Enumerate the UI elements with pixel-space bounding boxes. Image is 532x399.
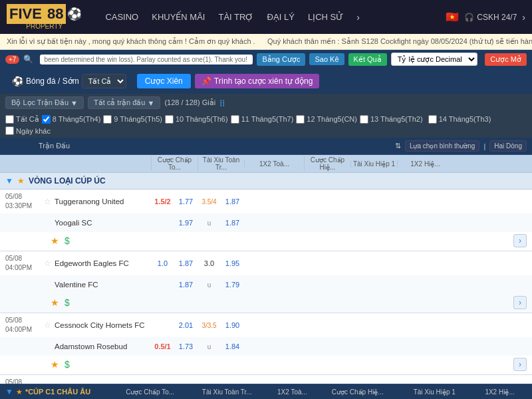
- league-star-icon[interactable]: ★: [17, 176, 25, 186]
- chap-t-2[interactable]: 1.0: [151, 259, 174, 267]
- lua-chon-button[interactable]: Lựa chọn bình thường: [405, 140, 480, 152]
- chap-v-2b[interactable]: 1.87: [174, 281, 198, 289]
- expand-right-2[interactable]: ›: [513, 296, 527, 309]
- nav-casino[interactable]: CASINO: [105, 12, 138, 23]
- tat-ca-tran-button[interactable]: Tất cả trận đấu ▼: [88, 96, 160, 109]
- date-thu7[interactable]: 11 Tháng5(Th7): [231, 115, 294, 124]
- search-box[interactable]: been determined the win loss). Parlay co…: [40, 55, 253, 65]
- chap-t-3b[interactable]: 0.5/1: [151, 342, 174, 350]
- date-thu3-checkbox[interactable]: [428, 115, 437, 124]
- nav-lich-su[interactable]: LỊCH SỬ: [308, 12, 343, 23]
- ty-le-select[interactable]: Tỷ lệ cược Decimal: [391, 53, 477, 66]
- date-all[interactable]: Tất Cả: [5, 115, 39, 124]
- tat-ca-select[interactable]: Tất Cả: [82, 74, 126, 88]
- match-time-2: 05/08 04:00PM: [5, 254, 44, 273]
- bang-cuoc-button[interactable]: Bảng Cược: [257, 53, 305, 66]
- date-thu4-checkbox[interactable]: [42, 115, 51, 124]
- bet-action-1: ★ $ ›: [0, 232, 532, 251]
- flag-icon: 🇻🇳: [446, 11, 459, 23]
- search-text: been determined the win loss). Parlay co…: [44, 56, 247, 63]
- chap-v-2[interactable]: 1.87: [174, 259, 198, 267]
- nav-more-arrow[interactable]: ›: [356, 12, 360, 23]
- taixiu-t-1[interactable]: 3.5/4: [198, 198, 221, 205]
- chap-v-3[interactable]: 2.01: [174, 321, 198, 329]
- taixiu-ou-2b[interactable]: u: [198, 281, 221, 289]
- date-thu4[interactable]: 8 Tháng5(Th4): [42, 115, 101, 124]
- taixiu-v-2b[interactable]: 1.79: [221, 281, 244, 289]
- bet-dollar-icon-1[interactable]: $: [65, 235, 70, 246]
- marquee-left: Xin lỗi vì sự bất tiện này , mong quý kh…: [7, 37, 255, 45]
- date-thu3[interactable]: 14 Tháng5(Th3): [428, 115, 491, 124]
- cskh-label[interactable]: 🎧 CSKH 24/7: [464, 13, 517, 22]
- match-star-3[interactable]: ☆: [44, 321, 55, 330]
- nav-dai-ly[interactable]: ĐẠI LÝ: [267, 12, 295, 23]
- date-thu5[interactable]: 9 Tháng5(Th5): [103, 115, 162, 124]
- nav-khuyen-mai[interactable]: KHUYẾN MÃI: [152, 12, 205, 23]
- league-collapse-arrow[interactable]: ▼: [5, 176, 13, 186]
- bottom-league-star[interactable]: ★: [16, 388, 23, 396]
- chap-v-1b[interactable]: 1.97: [174, 219, 198, 227]
- date-thu6-label: 10 Tháng5(Th6): [176, 115, 228, 123]
- bottom-col3: 1X2 Toà...: [265, 388, 319, 396]
- league-vong-loai-cup-uc: ▼ ★ VÒNG LOẠI CÚP ÚC: [0, 173, 532, 190]
- bet-star-icon-3[interactable]: ★: [51, 359, 59, 370]
- date-cn[interactable]: 12 Tháng5(CN): [296, 115, 357, 124]
- taixiu-ou-3b[interactable]: u: [198, 343, 221, 350]
- bet-star-icon-2[interactable]: ★: [51, 297, 59, 308]
- date-other-label: Ngày khác: [16, 127, 51, 135]
- bottom-league-arrow[interactable]: ▼: [5, 387, 13, 396]
- bch-tai-xiu-toan: Tài Xiu Toàn Tr...: [198, 156, 244, 171]
- date-thu7-checkbox[interactable]: [231, 115, 239, 124]
- trinh-bay-button[interactable]: 📌 Trình tạo cược xiên tự động: [195, 74, 320, 88]
- match-time-1: 05/08 03:30PM: [5, 192, 44, 211]
- bet-dollar-icon-2[interactable]: $: [65, 297, 70, 308]
- taixiu-v-2[interactable]: 1.95: [221, 259, 244, 267]
- expand-right-1[interactable]: ›: [513, 234, 527, 247]
- soccer-ball-icon: ⚽: [67, 7, 82, 21]
- taixiu-ou-1b[interactable]: u: [198, 219, 221, 227]
- date-cn-checkbox[interactable]: [296, 115, 305, 124]
- team1-name-1: Tuggeranong United: [55, 198, 151, 205]
- league-name: VÒNG LOẠI CÚP ÚC: [29, 176, 527, 186]
- match-star-1[interactable]: ☆: [44, 197, 55, 206]
- date-thu2[interactable]: 13 Tháng5(Th2): [360, 115, 423, 124]
- chap-t-1[interactable]: 1.5/2: [151, 198, 174, 205]
- match-count: (128 / 128) Giải: [164, 98, 215, 107]
- ket-qua-button[interactable]: Kết Quả: [348, 53, 387, 66]
- bo-loc-button[interactable]: Bộ Lọc Trận Đầu ▼: [5, 96, 84, 109]
- date-all-checkbox[interactable]: [5, 115, 14, 124]
- bet-dollar-icon-3[interactable]: $: [65, 359, 70, 370]
- taixiu-t-3[interactable]: 3/3.5: [198, 322, 221, 329]
- taixiu-v-1b[interactable]: 1.87: [221, 219, 244, 227]
- date-thu6[interactable]: 10 Tháng5(Th6): [165, 115, 228, 124]
- date-cn-label: 12 Tháng5(CN): [307, 115, 357, 123]
- taixiu-v-3b[interactable]: 1.84: [221, 342, 244, 350]
- nav-right-arrow[interactable]: ›: [522, 12, 525, 23]
- date-all-label: Tất Cả: [16, 115, 39, 124]
- taixiu-t-2[interactable]: 3.0: [198, 259, 221, 267]
- bet-star-icon-1[interactable]: ★: [51, 235, 59, 246]
- nav-tai-tro[interactable]: TÀI TRỢ: [218, 12, 253, 23]
- match-group-2: 05/08 04:00PM ☆ Edgeworth Eagles FC 1.0 …: [0, 251, 532, 313]
- hai-dong-button[interactable]: Hai Dòng: [489, 140, 527, 152]
- date-other[interactable]: Ngày khác: [5, 126, 51, 135]
- bong-da-tab[interactable]: ⚽ Bóng đá / Sớm Tất Cả: [5, 71, 133, 91]
- chap-v-3b[interactable]: 1.73: [174, 342, 198, 350]
- match-time-3: 05/08 04:00PM: [5, 316, 44, 334]
- bch-1x2-hie: 1X2 Hiệ...: [397, 160, 453, 168]
- match-star-2[interactable]: ☆: [44, 259, 55, 268]
- cuoc-xien-button[interactable]: Cược Xiên: [137, 74, 191, 88]
- date-thu2-checkbox[interactable]: [360, 115, 368, 124]
- cuoc-mo-button[interactable]: Cược Mở: [485, 53, 527, 66]
- date-thu5-checkbox[interactable]: [103, 115, 112, 124]
- match-group-1: 05/08 03:30PM ☆ Tuggeranong United 1.5/2…: [0, 190, 532, 251]
- taixiu-v-3[interactable]: 1.90: [221, 321, 244, 329]
- expand-right-3[interactable]: ›: [513, 358, 527, 371]
- sao-ke-button[interactable]: Sao Kê: [309, 53, 344, 65]
- date-other-checkbox[interactable]: [5, 126, 14, 135]
- team2-name-1: Yoogali SC: [55, 219, 151, 227]
- chap-v-1[interactable]: 1.77: [174, 198, 198, 205]
- dropdown-arrow: ▼: [70, 99, 78, 107]
- taixiu-v-1[interactable]: 1.87: [221, 198, 244, 205]
- date-thu6-checkbox[interactable]: [165, 115, 174, 124]
